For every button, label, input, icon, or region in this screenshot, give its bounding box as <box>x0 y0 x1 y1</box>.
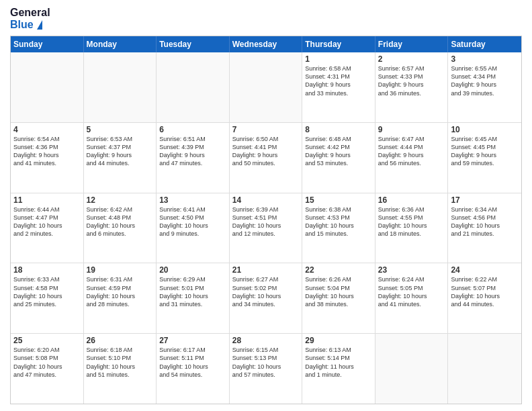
calendar-cell: 6Sunrise: 6:51 AM Sunset: 4:39 PM Daylig… <box>157 123 230 193</box>
header: General Blue <box>10 7 522 30</box>
day-number: 16 <box>378 195 445 205</box>
calendar-cell: 4Sunrise: 6:54 AM Sunset: 4:36 PM Daylig… <box>11 123 84 193</box>
day-number: 25 <box>13 336 81 345</box>
day-number: 28 <box>232 336 300 345</box>
day-header-saturday: Saturday <box>448 36 521 52</box>
day-header-friday: Friday <box>375 36 449 52</box>
calendar-cell <box>448 334 521 404</box>
calendar-row-2: 11Sunrise: 6:44 AM Sunset: 4:47 PM Dayli… <box>11 193 521 264</box>
cell-info: Sunrise: 6:44 AM Sunset: 4:47 PM Dayligh… <box>13 205 81 238</box>
cell-info: Sunrise: 6:50 AM Sunset: 4:41 PM Dayligh… <box>232 135 300 168</box>
day-header-thursday: Thursday <box>302 36 375 52</box>
calendar-cell: 21Sunrise: 6:27 AM Sunset: 5:02 PM Dayli… <box>230 263 303 333</box>
day-number: 23 <box>378 265 445 275</box>
calendar-cell: 12Sunrise: 6:42 AM Sunset: 4:48 PM Dayli… <box>84 193 157 263</box>
calendar-cell: 7Sunrise: 6:50 AM Sunset: 4:41 PM Daylig… <box>230 123 303 193</box>
calendar-cell: 14Sunrise: 6:39 AM Sunset: 4:51 PM Dayli… <box>230 193 303 263</box>
day-number: 8 <box>305 125 372 134</box>
day-header-monday: Monday <box>84 36 157 52</box>
cell-info: Sunrise: 6:45 AM Sunset: 4:45 PM Dayligh… <box>451 135 519 168</box>
cell-info: Sunrise: 6:38 AM Sunset: 4:53 PM Dayligh… <box>305 205 372 238</box>
day-header-tuesday: Tuesday <box>157 36 230 52</box>
calendar-row-1: 4Sunrise: 6:54 AM Sunset: 4:36 PM Daylig… <box>11 123 521 193</box>
calendar-row-3: 18Sunrise: 6:33 AM Sunset: 4:58 PM Dayli… <box>11 263 521 334</box>
calendar-cell: 1Sunrise: 6:58 AM Sunset: 4:31 PM Daylig… <box>302 52 375 122</box>
cell-info: Sunrise: 6:54 AM Sunset: 4:36 PM Dayligh… <box>13 135 81 168</box>
cell-info: Sunrise: 6:24 AM Sunset: 5:05 PM Dayligh… <box>378 275 445 308</box>
calendar-cell: 5Sunrise: 6:53 AM Sunset: 4:37 PM Daylig… <box>84 123 157 193</box>
day-header-sunday: Sunday <box>11 36 84 52</box>
cell-info: Sunrise: 6:26 AM Sunset: 5:04 PM Dayligh… <box>305 275 372 308</box>
calendar-cell: 18Sunrise: 6:33 AM Sunset: 4:58 PM Dayli… <box>11 263 84 333</box>
cell-info: Sunrise: 6:13 AM Sunset: 5:14 PM Dayligh… <box>305 346 372 379</box>
day-number: 11 <box>13 195 81 205</box>
calendar-cell: 25Sunrise: 6:20 AM Sunset: 5:08 PM Dayli… <box>11 334 84 404</box>
calendar-cell: 19Sunrise: 6:31 AM Sunset: 4:59 PM Dayli… <box>84 263 157 333</box>
calendar-cell: 10Sunrise: 6:45 AM Sunset: 4:45 PM Dayli… <box>448 123 521 193</box>
calendar-cell: 27Sunrise: 6:17 AM Sunset: 5:11 PM Dayli… <box>157 334 230 404</box>
calendar-cell <box>11 52 84 122</box>
day-number: 22 <box>305 265 372 275</box>
cell-info: Sunrise: 6:34 AM Sunset: 4:56 PM Dayligh… <box>451 205 519 238</box>
day-number: 4 <box>13 125 81 134</box>
day-number: 5 <box>87 125 154 134</box>
day-number: 21 <box>232 265 300 275</box>
cell-info: Sunrise: 6:39 AM Sunset: 4:51 PM Dayligh… <box>232 205 300 238</box>
day-number: 15 <box>305 195 372 205</box>
cell-info: Sunrise: 6:55 AM Sunset: 4:34 PM Dayligh… <box>451 64 519 97</box>
cell-info: Sunrise: 6:18 AM Sunset: 5:10 PM Dayligh… <box>87 346 154 379</box>
day-number: 24 <box>451 265 519 275</box>
day-number: 17 <box>451 195 519 205</box>
day-number: 26 <box>87 336 154 345</box>
day-number: 2 <box>378 54 445 64</box>
cell-info: Sunrise: 6:36 AM Sunset: 4:55 PM Dayligh… <box>378 205 445 238</box>
cell-info: Sunrise: 6:33 AM Sunset: 4:58 PM Dayligh… <box>13 275 81 308</box>
day-number: 13 <box>159 195 226 205</box>
cell-info: Sunrise: 6:53 AM Sunset: 4:37 PM Dayligh… <box>87 135 154 168</box>
day-number: 29 <box>305 336 372 345</box>
calendar-row-0: 1Sunrise: 6:58 AM Sunset: 4:31 PM Daylig… <box>11 52 521 123</box>
cell-info: Sunrise: 6:15 AM Sunset: 5:13 PM Dayligh… <box>232 346 300 379</box>
calendar-cell: 13Sunrise: 6:41 AM Sunset: 4:50 PM Dayli… <box>157 193 230 263</box>
calendar-cell: 8Sunrise: 6:48 AM Sunset: 4:42 PM Daylig… <box>302 123 375 193</box>
calendar-body: 1Sunrise: 6:58 AM Sunset: 4:31 PM Daylig… <box>11 52 521 404</box>
calendar-row-4: 25Sunrise: 6:20 AM Sunset: 5:08 PM Dayli… <box>11 334 521 404</box>
cell-info: Sunrise: 6:47 AM Sunset: 4:44 PM Dayligh… <box>378 135 445 168</box>
logo-blue: Blue <box>10 19 50 31</box>
calendar-cell: 22Sunrise: 6:26 AM Sunset: 5:04 PM Dayli… <box>302 263 375 333</box>
cell-info: Sunrise: 6:27 AM Sunset: 5:02 PM Dayligh… <box>232 275 300 308</box>
day-number: 3 <box>451 54 519 64</box>
day-number: 14 <box>232 195 300 205</box>
cell-info: Sunrise: 6:20 AM Sunset: 5:08 PM Dayligh… <box>13 346 81 379</box>
calendar-header: SundayMondayTuesdayWednesdayThursdayFrid… <box>11 36 521 52</box>
cell-info: Sunrise: 6:17 AM Sunset: 5:11 PM Dayligh… <box>159 346 226 379</box>
cell-info: Sunrise: 6:22 AM Sunset: 5:07 PM Dayligh… <box>451 275 519 308</box>
calendar-cell: 23Sunrise: 6:24 AM Sunset: 5:05 PM Dayli… <box>375 263 449 333</box>
day-header-wednesday: Wednesday <box>230 36 303 52</box>
cell-info: Sunrise: 6:42 AM Sunset: 4:48 PM Dayligh… <box>87 205 154 238</box>
calendar-cell: 28Sunrise: 6:15 AM Sunset: 5:13 PM Dayli… <box>230 334 303 404</box>
cell-info: Sunrise: 6:29 AM Sunset: 5:01 PM Dayligh… <box>159 275 226 308</box>
calendar-cell <box>84 52 157 122</box>
calendar-cell <box>230 52 303 122</box>
calendar-cell: 29Sunrise: 6:13 AM Sunset: 5:14 PM Dayli… <box>302 334 375 404</box>
logo: General Blue <box>10 7 50 30</box>
day-number: 1 <box>305 54 372 64</box>
calendar-cell: 24Sunrise: 6:22 AM Sunset: 5:07 PM Dayli… <box>448 263 521 333</box>
calendar-cell <box>157 52 230 122</box>
calendar-cell: 17Sunrise: 6:34 AM Sunset: 4:56 PM Dayli… <box>448 193 521 263</box>
day-number: 6 <box>159 125 226 134</box>
day-number: 18 <box>13 265 81 275</box>
day-number: 27 <box>159 336 226 345</box>
calendar-cell: 16Sunrise: 6:36 AM Sunset: 4:55 PM Dayli… <box>375 193 449 263</box>
cell-info: Sunrise: 6:57 AM Sunset: 4:33 PM Dayligh… <box>378 64 445 97</box>
day-number: 10 <box>451 125 519 134</box>
cell-info: Sunrise: 6:48 AM Sunset: 4:42 PM Dayligh… <box>305 135 372 168</box>
calendar-cell: 11Sunrise: 6:44 AM Sunset: 4:47 PM Dayli… <box>11 193 84 263</box>
day-number: 20 <box>159 265 226 275</box>
calendar-cell: 2Sunrise: 6:57 AM Sunset: 4:33 PM Daylig… <box>375 52 449 122</box>
cell-info: Sunrise: 6:31 AM Sunset: 4:59 PM Dayligh… <box>87 275 154 308</box>
day-number: 12 <box>87 195 154 205</box>
calendar-cell: 9Sunrise: 6:47 AM Sunset: 4:44 PM Daylig… <box>375 123 449 193</box>
calendar-cell: 26Sunrise: 6:18 AM Sunset: 5:10 PM Dayli… <box>84 334 157 404</box>
